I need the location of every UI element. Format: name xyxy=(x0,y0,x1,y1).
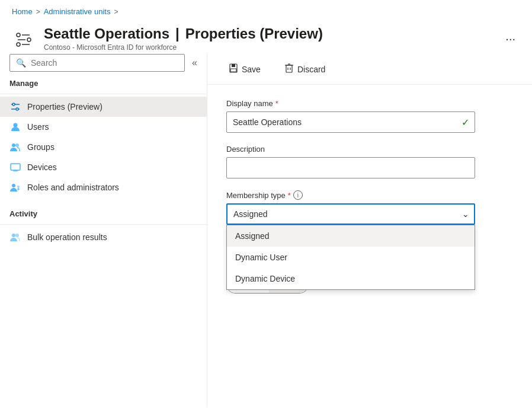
more-options-button[interactable]: ··· xyxy=(501,30,520,48)
membership-type-field: Membership type * i Assigned Dynamic Use… xyxy=(226,190,513,225)
dropdown-item-assigned[interactable]: Assigned xyxy=(227,225,475,247)
display-name-input-wrapper: ✓ xyxy=(226,111,475,133)
device-icon xyxy=(9,162,21,173)
content-area: Save Discard Dis xyxy=(207,54,532,407)
membership-dropdown-menu: Assigned Dynamic User Dynamic Device xyxy=(226,225,475,290)
sidebar-item-label-users: Users xyxy=(27,122,49,132)
svg-point-20 xyxy=(12,234,15,237)
breadcrumb-home[interactable]: Home xyxy=(12,7,33,16)
membership-type-select[interactable]: Assigned Dynamic User Dynamic Device xyxy=(226,203,475,225)
description-label: Description xyxy=(226,145,513,154)
search-input[interactable] xyxy=(31,58,178,68)
svg-point-10 xyxy=(14,123,18,127)
toolbar: Save Discard xyxy=(207,54,532,85)
discard-icon xyxy=(284,63,294,75)
breadcrumb: Home > Administrative units > xyxy=(0,0,532,21)
svg-point-17 xyxy=(17,186,20,188)
display-name-field: Display name * ✓ xyxy=(226,99,513,133)
activity-section-label: Activity xyxy=(0,202,207,222)
save-button[interactable]: Save xyxy=(222,60,268,78)
manage-section-label: Manage xyxy=(0,72,207,91)
search-icon: 🔍 xyxy=(16,58,26,68)
dropdown-item-dynamic-user[interactable]: Dynamic User xyxy=(227,247,475,268)
save-icon xyxy=(229,63,238,75)
membership-type-select-wrapper: Assigned Dynamic User Dynamic Device ⌄ A… xyxy=(226,203,475,225)
svg-point-0 xyxy=(17,33,20,37)
membership-type-label: Membership type * i xyxy=(226,190,513,200)
roles-icon xyxy=(9,182,21,193)
sidebar-item-bulk[interactable]: Bulk operation results xyxy=(0,227,207,247)
sidebar-item-label-devices: Devices xyxy=(27,162,57,172)
sidebar-item-groups[interactable]: Groups xyxy=(0,137,207,157)
discard-label: Discard xyxy=(297,65,325,74)
sidebar-item-roles[interactable]: Roles and administrators xyxy=(0,177,207,197)
required-star-display-name: * xyxy=(275,99,278,108)
discard-button[interactable]: Discard xyxy=(277,60,332,78)
collapse-button[interactable]: « xyxy=(187,55,202,71)
sidebar-search-row: 🔍 « xyxy=(0,54,207,72)
svg-point-9 xyxy=(16,108,18,110)
breadcrumb-sep1: > xyxy=(36,8,40,16)
description-field: Description xyxy=(226,145,513,178)
required-star-membership: * xyxy=(288,191,291,200)
page-title: Seattle Operations | Properties (Preview… xyxy=(44,25,492,42)
svg-rect-24 xyxy=(230,69,236,72)
svg-point-12 xyxy=(15,143,19,147)
svg-rect-13 xyxy=(11,164,20,170)
search-box[interactable]: 🔍 xyxy=(9,54,185,72)
header-title-block: Seattle Operations | Properties (Preview… xyxy=(44,25,492,52)
form-area: Display name * ✓ Description Membership … xyxy=(207,85,532,407)
sidebar-item-label-groups: Groups xyxy=(27,142,55,152)
sliders-icon xyxy=(9,101,21,112)
sidebar-item-label-properties: Properties (Preview) xyxy=(27,102,102,111)
svg-rect-25 xyxy=(286,65,292,72)
membership-info-icon[interactable]: i xyxy=(293,190,303,200)
page-subtitle: Contoso - Microsoft Entra ID for workfor… xyxy=(44,43,492,52)
sidebar-item-devices[interactable]: Devices xyxy=(0,157,207,177)
svg-point-16 xyxy=(12,184,15,187)
page-title-sub: Properties (Preview) xyxy=(185,25,323,42)
groups-icon xyxy=(9,142,21,152)
svg-rect-23 xyxy=(232,64,235,67)
check-icon: ✓ xyxy=(462,117,469,128)
save-label: Save xyxy=(242,65,261,74)
page-title-main: Seattle Operations xyxy=(44,25,169,42)
page-title-divider: | xyxy=(175,25,180,42)
display-name-label: Display name * xyxy=(226,99,513,108)
svg-point-2 xyxy=(27,38,31,42)
breadcrumb-admin-units[interactable]: Administrative units xyxy=(44,7,111,16)
svg-point-11 xyxy=(12,143,15,147)
svg-point-4 xyxy=(17,43,20,46)
main-layout: 🔍 « Manage Properties (Preview) xyxy=(0,54,532,407)
sidebar-item-properties[interactable]: Properties (Preview) xyxy=(0,97,207,117)
page-header: Seattle Operations | Properties (Preview… xyxy=(0,21,532,54)
bulk-icon xyxy=(9,232,21,242)
sidebar-item-label-roles: Roles and administrators xyxy=(27,183,119,192)
dropdown-item-dynamic-device[interactable]: Dynamic Device xyxy=(227,268,475,289)
activity-divider xyxy=(0,224,207,225)
breadcrumb-sep2: > xyxy=(114,8,118,16)
svg-point-21 xyxy=(15,234,19,237)
manage-divider xyxy=(0,94,207,94)
sidebar-item-users[interactable]: Users xyxy=(0,117,207,137)
user-icon xyxy=(9,122,21,132)
display-name-input[interactable] xyxy=(226,111,475,133)
description-input[interactable] xyxy=(226,157,475,178)
sidebar: 🔍 « Manage Properties (Preview) xyxy=(0,54,207,407)
header-icon xyxy=(12,27,36,50)
sidebar-item-label-bulk: Bulk operation results xyxy=(27,232,107,242)
svg-point-7 xyxy=(12,103,15,106)
